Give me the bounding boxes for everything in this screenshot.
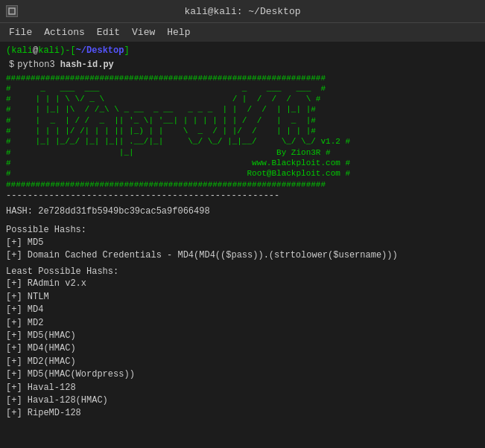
prompt-open-paren: ( xyxy=(6,45,11,57)
least-hash-item: [+] MD5(HMAC) xyxy=(6,330,479,342)
least-hash-item: [+] NTLM xyxy=(6,291,479,304)
least-hash-item: [+] Haval-128(HMAC) xyxy=(6,394,479,407)
menu-bar: File Actions Edit View Help xyxy=(0,22,485,42)
menu-view[interactable]: View xyxy=(126,25,161,39)
least-hash-item: [+] MD4 xyxy=(6,304,479,316)
terminal-body: (kali@kali)-[~/Desktop] $ python3 hash-i… xyxy=(0,42,485,448)
least-hash-item: [+] RipeMD-128 xyxy=(6,407,479,420)
menu-file[interactable]: File xyxy=(3,25,38,39)
menu-edit[interactable]: Edit xyxy=(91,25,126,39)
prompt-line: (kali@kali)-[~/Desktop] xyxy=(6,45,479,57)
menu-actions[interactable]: Actions xyxy=(38,25,91,39)
prompt-close-bracket: ] xyxy=(124,45,129,57)
ascii-art-line: # www.Blackploit.com # xyxy=(6,158,479,168)
window-title: kali@kali: ~/Desktop xyxy=(184,6,300,17)
prompt-user: kali xyxy=(11,45,33,57)
ascii-art-line: ########################################… xyxy=(6,179,479,190)
possible-hash-item: [+] Domain Cached Credentials - MD4(MD4(… xyxy=(6,249,479,262)
command-line: $ python3 hash-id.py xyxy=(6,59,479,71)
least-hash-item: [+] MD5(HMAC(Wordpress)) xyxy=(6,368,479,381)
least-hash-item: [+] MD4(HMAC) xyxy=(6,342,479,355)
window-icon xyxy=(6,5,18,17)
ascii-art-line: ########################################… xyxy=(6,73,479,83)
ascii-art-line: # |_| By Zion3R # xyxy=(6,147,479,158)
possible-hash-item: [+] MD5 xyxy=(6,237,479,249)
command-text: python3 hash-id.py xyxy=(17,59,114,71)
least-possible-section: Least Possible Hashs: [+] RAdmin v2.x[+]… xyxy=(6,266,479,420)
possible-hashes-list: [+] MD5[+] Domain Cached Credentials - M… xyxy=(6,237,479,263)
menu-help[interactable]: Help xyxy=(161,25,196,39)
prompt-dollar: $ xyxy=(9,59,14,71)
title-bar: kali@kali: ~/Desktop xyxy=(0,0,485,22)
possible-hashes-header: Possible Hashs: xyxy=(6,224,479,237)
ascii-art: ########################################… xyxy=(6,73,479,190)
ascii-art-line: # | | | \ \/ _ \ / | / / / \ # xyxy=(6,94,479,104)
prompt-host: kali xyxy=(38,45,60,57)
least-possible-list: [+] RAdmin v2.x[+] NTLM[+] MD4[+] MD2[+]… xyxy=(6,278,479,420)
ascii-art-line: # |_| |_/_/ |_| |_|| .__/|_| \_/ \_/ |_|… xyxy=(6,136,479,147)
ascii-art-line: # | | | |/ /| | | || |_) | | \ _ / | |/ … xyxy=(6,126,479,136)
terminal-window: kali@kali: ~/Desktop File Actions Edit V… xyxy=(0,0,485,448)
least-hash-item: [+] MD2 xyxy=(6,317,479,330)
hash-label: HASH: xyxy=(6,206,33,217)
possible-hashes-section: Possible Hashs: [+] MD5[+] Domain Cached… xyxy=(6,224,479,263)
least-hash-item: [+] MD2(HMAC) xyxy=(6,356,479,368)
ascii-art-line: # Root@Blackploit.com # xyxy=(6,168,479,179)
least-possible-header: Least Possible Hashs: xyxy=(6,266,479,278)
separator-line: ----------------------------------------… xyxy=(6,190,479,202)
least-hash-item: [+] RAdmin v2.x xyxy=(6,278,479,290)
prompt-close-paren: )-[ xyxy=(60,45,76,57)
ascii-art-line: # _ ___ ___ _ ___ ___ # xyxy=(6,83,479,94)
least-hash-item: [+] Haval-128 xyxy=(6,382,479,394)
hash-line: HASH: 2e728dd31fb5949bc39cac5a9f066498 xyxy=(6,205,479,218)
svg-rect-0 xyxy=(9,8,15,14)
hash-value: 2e728dd31fb5949bc39cac5a9f066498 xyxy=(38,206,209,217)
prompt-dir: ~/Desktop xyxy=(76,45,124,57)
prompt-at: @ xyxy=(33,45,38,57)
ascii-art-line: # | _ | / / _ || '_ \| '__| | | | | | | … xyxy=(6,115,479,126)
ascii-art-line: # | |_| |\ / /_\ \ _ __ _ __ _ _ _ | | /… xyxy=(6,104,479,115)
